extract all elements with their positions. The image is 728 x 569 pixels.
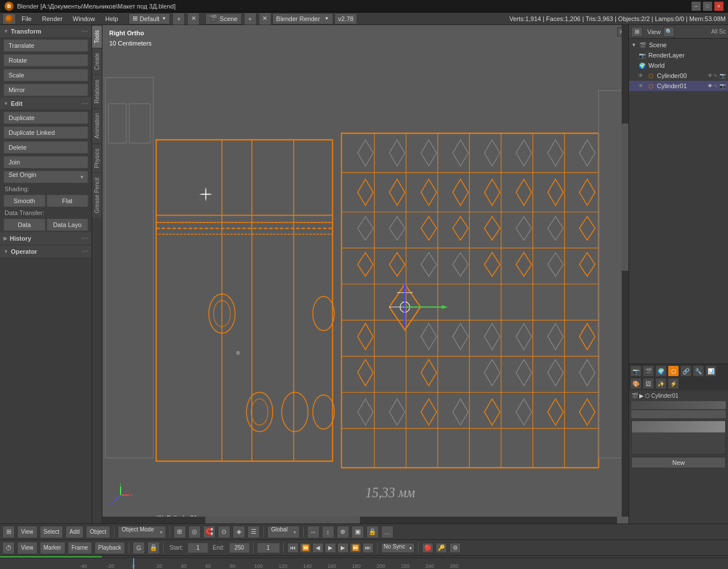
prop-tab-data[interactable]: 📊 [705, 365, 717, 377]
lock-icon-btn[interactable]: 🔒 [147, 542, 160, 554]
marker-btn[interactable]: Marker [40, 542, 65, 554]
viewport-shader1-btn[interactable]: ⊞ [173, 526, 186, 538]
rotate-button[interactable]: Rotate [3, 54, 88, 67]
history-section-header[interactable]: ▶ History ··· [0, 232, 92, 245]
operator-section-header[interactable]: ▼ Operator ··· [0, 245, 92, 258]
global-icon-btn[interactable]: G [133, 542, 145, 554]
prop-tab-object[interactable]: ⬡ [668, 365, 679, 377]
set-origin-dropdown[interactable]: Set Origin [3, 171, 88, 183]
maximize-button[interactable]: □ [703, 2, 712, 11]
translate-button[interactable]: Translate [3, 39, 88, 52]
viewport-scrollbar-horizontal[interactable] [102, 517, 617, 523]
prop-tab-material[interactable]: 🎨 [630, 378, 642, 389]
data-button[interactable]: Data [3, 218, 46, 231]
prev-keyframe-btn[interactable]: ⏪ [300, 543, 311, 553]
object-menu-btn[interactable]: Object [86, 526, 110, 538]
delete-button[interactable]: Delete [3, 141, 88, 154]
outliner-item-world[interactable]: 🌍 World [629, 60, 728, 71]
sync-dropdown[interactable]: No Sync [381, 543, 415, 553]
extras-btn[interactable]: … [381, 526, 394, 538]
prop-tab-world[interactable]: 🌍 [655, 365, 667, 377]
join-button[interactable]: Join [3, 156, 88, 168]
transform-section-dots[interactable]: ··· [81, 27, 88, 36]
render-menu[interactable]: Render [38, 14, 67, 23]
select-menu-btn[interactable]: Select [40, 526, 64, 538]
outliner-view-btn[interactable]: ⊞ [631, 27, 643, 37]
prop-tab-texture[interactable]: 🖼 [643, 378, 654, 389]
next-frame-btn[interactable]: ▶ [337, 543, 349, 553]
scale-button[interactable]: Scale [3, 69, 88, 81]
eye-icon[interactable]: 👁 [708, 73, 713, 79]
minimize-button[interactable]: ─ [692, 2, 701, 11]
viewport-shader2-btn[interactable]: ◎ [188, 526, 201, 538]
next-keyframe-btn[interactable]: ⏩ [350, 543, 361, 553]
view-icon-btn[interactable]: ⊞ [2, 526, 15, 538]
tab-grease-pencil[interactable]: Grease Pencil [92, 172, 102, 218]
duplicate-button[interactable]: Duplicate [3, 112, 88, 124]
scrollbar-vertical-thumb[interactable] [622, 123, 628, 271]
prop-tab-constraints[interactable]: 🔗 [680, 365, 692, 377]
outliner-item-renderlayer[interactable]: 📷 RenderLayer [629, 50, 728, 60]
viewport[interactable]: 15,33 мм (1) Cylinder01 Right Ortho 10 C… [102, 25, 628, 523]
layout-dropdown[interactable]: ⊞ Default ▼ [129, 13, 171, 24]
render-vis-icon[interactable]: 📷 [719, 73, 726, 79]
close-button[interactable]: ✕ [714, 2, 723, 11]
new-material-button[interactable]: New [631, 457, 726, 468]
cylinder01-render-icon[interactable]: 📷 [719, 83, 726, 89]
tab-relations[interactable]: Relations [92, 75, 102, 108]
xray-btn[interactable]: ☰ [247, 526, 260, 538]
tab-create[interactable]: Create [92, 48, 102, 75]
prev-frame-btn[interactable]: ◀ [312, 543, 324, 553]
outliner-item-scene[interactable]: ▼ 🎬 Scene [629, 40, 728, 50]
help-menu[interactable]: Help [101, 14, 123, 23]
transform-section-header[interactable]: ▼ Transform ··· [0, 25, 92, 38]
blender-menu-btn[interactable] [2, 13, 16, 24]
jump-end-btn[interactable]: ⏭ [362, 543, 374, 553]
global-dropdown[interactable]: Global [267, 526, 300, 538]
jump-start-btn[interactable]: ⏮ [287, 543, 299, 553]
outliner-search-btn[interactable]: 🔍 [663, 27, 675, 37]
current-frame-field[interactable] [257, 543, 280, 553]
start-frame-field[interactable]: 1 [188, 543, 208, 553]
key-btn[interactable]: 🔑 [436, 543, 447, 553]
view-menu-btn[interactable]: View [17, 526, 38, 538]
timeline-ruler[interactable]: -40 -20 0 20 40 60 80 100 120 140 160 18… [0, 558, 728, 569]
mode-dropdown[interactable]: Object Mode [118, 526, 166, 538]
flat-button[interactable]: Flat [47, 195, 89, 207]
playhead[interactable] [133, 558, 134, 569]
cylinder01-eye-icon[interactable]: 👁 [708, 83, 713, 89]
outliner-item-cylinder00[interactable]: 👁 ⬡ Cylinder00 👁 ↖ 📷 [629, 71, 728, 81]
timeline-icon-btn[interactable]: ⏱ [2, 542, 15, 554]
snap-btn[interactable]: 🧲 [203, 526, 216, 538]
add-layout-btn[interactable]: + [172, 13, 185, 25]
playback-btn[interactable]: Playback [94, 542, 126, 554]
tab-animation[interactable]: Animation [92, 108, 102, 143]
duplicate-linked-button[interactable]: Duplicate Linked [3, 126, 88, 139]
prop-tab-modifiers[interactable]: 🔧 [693, 365, 704, 377]
remove-layout-btn[interactable]: ✕ [187, 13, 200, 25]
operator-section-dots[interactable]: ··· [81, 247, 88, 256]
mirror-button[interactable]: Mirror [3, 84, 88, 96]
file-menu[interactable]: File [17, 14, 36, 23]
frame-btn[interactable]: Frame [68, 542, 92, 554]
audio-btn[interactable]: 🔴 [422, 543, 433, 553]
edit-section-dots[interactable]: ··· [81, 99, 88, 108]
render-engine-dropdown[interactable]: Blender Render ▼ [272, 13, 333, 24]
tab-tools[interactable]: Tools [92, 25, 102, 48]
outliner-item-cylinder01[interactable]: 👁 ⬡ Cylinder01 👁 ↖ 📷 [629, 81, 728, 91]
scrollbar-horizontal-thumb[interactable] [205, 517, 360, 523]
prop-tab-physics[interactable]: ⚡ [668, 378, 679, 389]
layer-btn[interactable]: ▣ [351, 526, 364, 538]
overlay-btn[interactable]: ◈ [233, 526, 245, 538]
edit-section-header[interactable]: ▼ Edit ··· [0, 97, 92, 110]
data-layo-button[interactable]: Data Layo [47, 218, 89, 231]
history-section-dots[interactable]: ··· [81, 234, 88, 243]
transform-btn3[interactable]: ⊕ [337, 526, 349, 538]
timeline-view-btn[interactable]: View [17, 542, 38, 554]
add-scene-btn[interactable]: + [244, 13, 257, 25]
prop-tab-render[interactable]: 📷 [630, 365, 642, 377]
end-frame-field[interactable] [229, 543, 250, 553]
prop-tab-scene[interactable]: 🎬 [643, 365, 654, 377]
smooth-button[interactable]: Smooth [3, 195, 46, 207]
cursor-icon[interactable]: ↖ [714, 73, 718, 79]
